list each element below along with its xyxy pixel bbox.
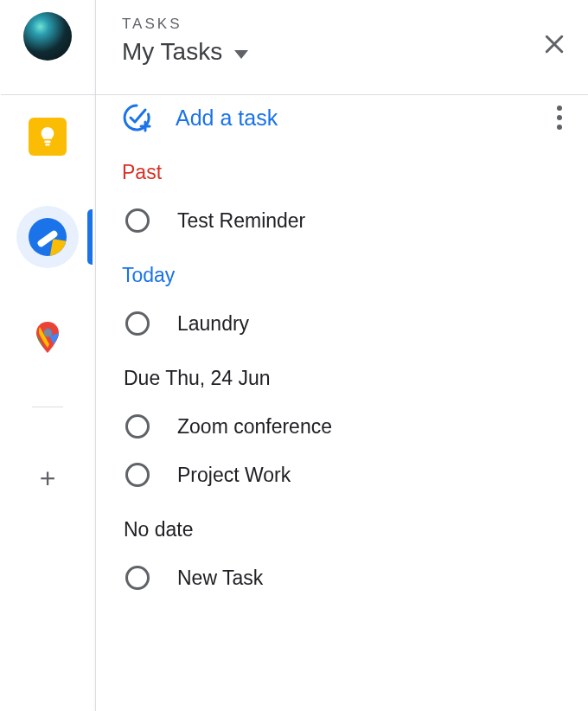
close-button[interactable] bbox=[541, 31, 567, 57]
plus-icon: + bbox=[40, 464, 56, 492]
kebab-dot bbox=[557, 125, 562, 130]
chevron-down-icon bbox=[234, 50, 248, 59]
task-label: Laundry bbox=[177, 312, 249, 336]
task-complete-radio[interactable] bbox=[125, 208, 150, 233]
tasks-panel: TASKS My Tasks Add a task bbox=[95, 0, 588, 711]
section-title: Past bbox=[122, 161, 559, 184]
section-title: No date bbox=[124, 518, 559, 541]
task-label: Zoom conference bbox=[177, 415, 332, 439]
task-complete-radio[interactable] bbox=[125, 463, 150, 487]
maps-pin-icon bbox=[36, 322, 59, 353]
selection-indicator bbox=[87, 209, 93, 265]
task-label: New Task bbox=[177, 567, 263, 590]
task-sections: PastTest ReminderTodayLaundryDue Thu, 24… bbox=[122, 161, 567, 602]
rail-maps-button[interactable] bbox=[23, 313, 72, 362]
task-label: Project Work bbox=[177, 464, 291, 487]
svg-point-2 bbox=[44, 330, 52, 337]
tasks-icon bbox=[29, 218, 67, 256]
rail-tasks-button[interactable] bbox=[16, 206, 79, 268]
add-task-button[interactable]: Add a task bbox=[122, 103, 278, 132]
list-selector[interactable]: My Tasks bbox=[122, 38, 248, 66]
task-complete-radio[interactable] bbox=[125, 566, 150, 590]
panel-eyebrow: TASKS bbox=[122, 16, 248, 33]
task-row[interactable]: Zoom conference bbox=[122, 402, 559, 451]
add-task-icon bbox=[122, 103, 151, 132]
svg-rect-1 bbox=[45, 144, 50, 145]
task-complete-radio[interactable] bbox=[125, 414, 150, 439]
add-task-label: Add a task bbox=[176, 106, 278, 131]
list-name: My Tasks bbox=[122, 38, 222, 66]
keep-icon bbox=[29, 118, 67, 156]
section-title: Today bbox=[122, 264, 559, 287]
svg-rect-0 bbox=[44, 141, 50, 144]
task-row[interactable]: Project Work bbox=[122, 451, 559, 499]
kebab-dot bbox=[557, 106, 562, 111]
task-complete-radio[interactable] bbox=[125, 311, 150, 336]
task-row[interactable]: Laundry bbox=[122, 299, 559, 348]
task-label: Test Reminder bbox=[177, 209, 305, 233]
side-rail: + bbox=[0, 0, 95, 711]
task-row[interactable]: Test Reminder bbox=[122, 196, 559, 245]
close-icon bbox=[541, 31, 567, 57]
rail-divider bbox=[32, 407, 63, 407]
more-menu-button[interactable] bbox=[552, 100, 567, 135]
rail-keep-button[interactable] bbox=[23, 112, 72, 161]
rail-addons-button[interactable]: + bbox=[23, 454, 72, 503]
section-title: Due Thu, 24 Jun bbox=[124, 367, 559, 390]
avatar[interactable] bbox=[23, 12, 72, 61]
header-divider bbox=[1, 94, 588, 95]
kebab-dot bbox=[557, 115, 562, 120]
task-row[interactable]: New Task bbox=[122, 554, 559, 602]
